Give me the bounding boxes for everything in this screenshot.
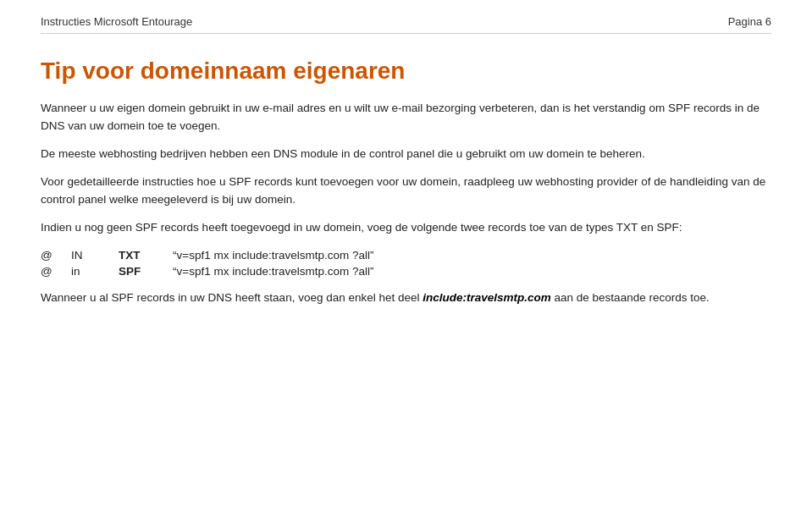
dns-record-row-1: @ IN TXT “v=spf1 mx include:travelsmtp.c… [41, 249, 771, 262]
record2-in: in [64, 265, 112, 278]
paragraph-5: Wanneer u al SPF records in uw DNS heeft… [41, 289, 771, 307]
paragraph-5-suffix: aan de bestaande records toe. [551, 291, 710, 304]
record1-in: IN [64, 249, 112, 262]
header-title: Instructies Microsoft Entourage [41, 15, 192, 28]
dns-records-block: @ IN TXT “v=spf1 mx include:travelsmtp.c… [41, 249, 771, 278]
record1-type: TXT [112, 249, 163, 262]
record2-value: “v=spf1 mx include:travelsmtp.com ?all” [163, 265, 373, 278]
header-page: Pagina 6 [728, 15, 771, 28]
paragraph-5-italic: include:travelsmtp.com [423, 291, 551, 304]
dns-record-row-2: @ in SPF “v=spf1 mx include:travelsmtp.c… [41, 265, 771, 278]
record2-at: @ [41, 265, 64, 278]
record1-value: “v=spf1 mx include:travelsmtp.com ?all” [163, 249, 373, 262]
paragraph-3: Voor gedetailleerde instructies hoe u SP… [41, 174, 771, 209]
section-title: Tip voor domeinnaam eigenaren [41, 58, 771, 85]
page-container: Instructies Microsoft Entourage Pagina 6… [0, 0, 812, 518]
paragraph-1: Wanneer u uw eigen domein gebruikt in uw… [41, 100, 771, 135]
paragraph-2: De meeste webhosting bedrijven hebben ee… [41, 146, 771, 163]
page-header: Instructies Microsoft Entourage Pagina 6 [41, 15, 771, 34]
paragraph-5-prefix: Wanneer u al SPF records in uw DNS heeft… [41, 291, 423, 304]
paragraph-4: Indien u nog geen SPF records heeft toeg… [41, 219, 771, 237]
record2-type: SPF [112, 265, 163, 278]
record1-at: @ [41, 249, 64, 262]
